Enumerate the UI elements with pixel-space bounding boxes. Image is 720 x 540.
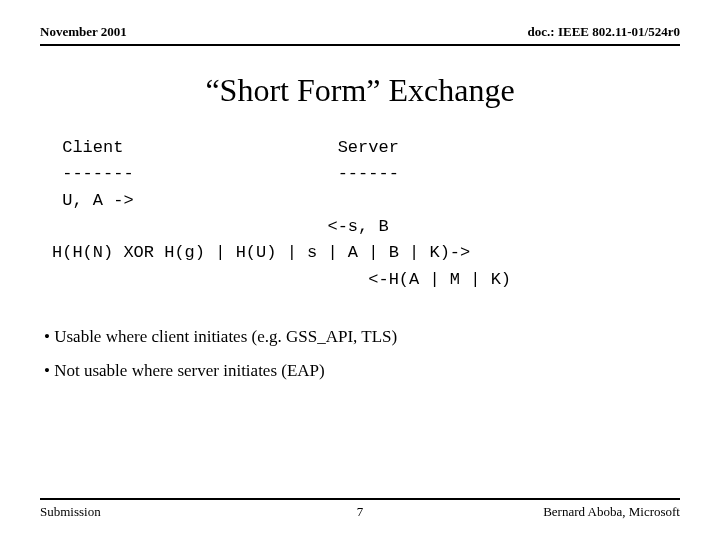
header-date: November 2001 — [40, 24, 127, 40]
exchange-block: Client Server ------- ------ U, A -> <-s… — [52, 135, 680, 293]
exchange-line: H(H(N) XOR H(g) | H(U) | s | A | B | K)-… — [52, 243, 470, 262]
exchange-line: <-s, B — [52, 217, 389, 236]
footer-page-number: 7 — [357, 504, 364, 520]
exchange-line: U, A -> — [52, 191, 134, 210]
page-title: “Short Form” Exchange — [40, 72, 680, 109]
footer-rule — [40, 498, 680, 500]
exchange-line: ------- ------ — [52, 164, 399, 183]
footer-left: Submission — [40, 504, 101, 520]
exchange-line: <-H(A | M | K) — [52, 270, 511, 289]
footer-right: Bernard Aboba, Microsoft — [543, 504, 680, 520]
bullet-item: • Not usable where server initiates (EAP… — [44, 361, 680, 381]
bullet-item: • Usable where client initiates (e.g. GS… — [44, 327, 680, 347]
header-docref: doc.: IEEE 802.11-01/524r0 — [528, 24, 680, 40]
footer-row: Submission 7 Bernard Aboba, Microsoft — [40, 504, 680, 520]
spacer — [40, 395, 680, 498]
header-row: November 2001 doc.: IEEE 802.11-01/524r0 — [40, 24, 680, 46]
slide-page: November 2001 doc.: IEEE 802.11-01/524r0… — [0, 0, 720, 540]
bullet-list: • Usable where client initiates (e.g. GS… — [44, 327, 680, 395]
exchange-line: Client Server — [52, 138, 399, 157]
